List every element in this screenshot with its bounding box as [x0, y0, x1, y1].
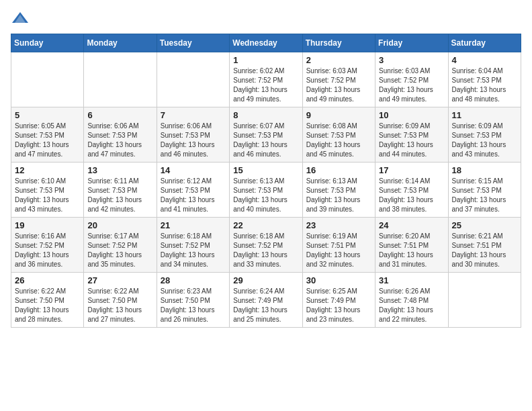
day-number: 18: [452, 165, 517, 175]
calendar-cell: 19Sunrise: 6:16 AM Sunset: 7:52 PM Dayli…: [11, 218, 84, 273]
day-info: Sunrise: 6:04 AM Sunset: 7:53 PM Dayligh…: [452, 66, 517, 104]
day-number: 20: [87, 220, 152, 230]
day-info: Sunrise: 6:23 AM Sunset: 7:50 PM Dayligh…: [161, 287, 226, 324]
calendar-cell: 31Sunrise: 6:26 AM Sunset: 7:48 PM Dayli…: [375, 273, 448, 328]
day-number: 7: [161, 110, 226, 120]
day-info: Sunrise: 6:19 AM Sunset: 7:51 PM Dayligh…: [306, 232, 371, 269]
calendar-cell: 12Sunrise: 6:10 AM Sunset: 7:53 PM Dayli…: [11, 163, 84, 218]
calendar-week-row: 26Sunrise: 6:22 AM Sunset: 7:50 PM Dayli…: [11, 273, 521, 328]
calendar-cell: 30Sunrise: 6:25 AM Sunset: 7:49 PM Dayli…: [302, 273, 375, 328]
day-info: Sunrise: 6:08 AM Sunset: 7:53 PM Dayligh…: [306, 122, 371, 159]
day-info: Sunrise: 6:16 AM Sunset: 7:52 PM Dayligh…: [15, 232, 80, 269]
day-number: 3: [379, 55, 444, 65]
day-info: Sunrise: 6:22 AM Sunset: 7:50 PM Dayligh…: [15, 287, 80, 324]
weekday-header: Thursday: [302, 34, 375, 52]
weekday-header: Friday: [375, 34, 448, 52]
day-info: Sunrise: 6:06 AM Sunset: 7:53 PM Dayligh…: [87, 122, 152, 159]
weekday-header: Monday: [84, 34, 157, 52]
day-number: 4: [452, 55, 517, 65]
day-number: 24: [379, 220, 444, 230]
calendar-cell: 20Sunrise: 6:17 AM Sunset: 7:52 PM Dayli…: [84, 218, 157, 273]
calendar-week-row: 19Sunrise: 6:16 AM Sunset: 7:52 PM Dayli…: [11, 218, 521, 273]
day-number: 8: [233, 110, 298, 120]
day-number: 25: [452, 220, 517, 230]
calendar-header-row: SundayMondayTuesdayWednesdayThursdayFrid…: [11, 34, 521, 52]
weekday-header: Wednesday: [230, 34, 302, 52]
day-number: 1: [233, 55, 298, 65]
calendar-cell: 24Sunrise: 6:20 AM Sunset: 7:51 PM Dayli…: [375, 218, 448, 273]
day-info: Sunrise: 6:18 AM Sunset: 7:52 PM Dayligh…: [233, 232, 298, 269]
calendar-cell: 15Sunrise: 6:13 AM Sunset: 7:53 PM Dayli…: [230, 163, 302, 218]
calendar-cell: 13Sunrise: 6:11 AM Sunset: 7:53 PM Dayli…: [84, 163, 157, 218]
day-number: 2: [306, 55, 371, 65]
day-info: Sunrise: 6:20 AM Sunset: 7:51 PM Dayligh…: [379, 232, 444, 269]
day-number: 14: [161, 165, 226, 175]
day-info: Sunrise: 6:22 AM Sunset: 7:50 PM Dayligh…: [87, 287, 152, 324]
day-number: 21: [161, 220, 226, 230]
day-number: 29: [233, 275, 298, 285]
day-number: 9: [306, 110, 371, 120]
calendar-week-row: 5Sunrise: 6:05 AM Sunset: 7:53 PM Daylig…: [11, 107, 521, 163]
calendar-cell: 7Sunrise: 6:06 AM Sunset: 7:53 PM Daylig…: [157, 107, 229, 163]
calendar-cell: 10Sunrise: 6:09 AM Sunset: 7:53 PM Dayli…: [375, 107, 448, 163]
day-info: Sunrise: 6:13 AM Sunset: 7:53 PM Dayligh…: [233, 177, 298, 214]
weekday-header: Sunday: [11, 34, 84, 52]
calendar-cell: 4Sunrise: 6:04 AM Sunset: 7:53 PM Daylig…: [448, 52, 521, 107]
day-number: 22: [233, 220, 298, 230]
day-number: 13: [87, 165, 152, 175]
calendar-cell: 28Sunrise: 6:23 AM Sunset: 7:50 PM Dayli…: [157, 273, 229, 328]
day-info: Sunrise: 6:26 AM Sunset: 7:48 PM Dayligh…: [379, 287, 444, 324]
calendar-cell: 29Sunrise: 6:24 AM Sunset: 7:49 PM Dayli…: [230, 273, 302, 328]
calendar-cell: 18Sunrise: 6:15 AM Sunset: 7:53 PM Dayli…: [448, 163, 521, 218]
calendar-cell: 22Sunrise: 6:18 AM Sunset: 7:52 PM Dayli…: [230, 218, 302, 273]
day-number: 6: [87, 110, 152, 120]
weekday-header: Tuesday: [157, 34, 229, 52]
day-info: Sunrise: 6:09 AM Sunset: 7:53 PM Dayligh…: [379, 122, 444, 159]
day-info: Sunrise: 6:14 AM Sunset: 7:53 PM Dayligh…: [379, 177, 444, 214]
day-info: Sunrise: 6:17 AM Sunset: 7:52 PM Dayligh…: [87, 232, 152, 269]
calendar-cell: [11, 52, 84, 107]
calendar-cell: 25Sunrise: 6:21 AM Sunset: 7:51 PM Dayli…: [448, 218, 521, 273]
day-number: 5: [15, 110, 80, 120]
day-number: 27: [87, 275, 152, 285]
calendar-cell: [448, 273, 521, 328]
calendar-cell: 1Sunrise: 6:02 AM Sunset: 7:52 PM Daylig…: [230, 52, 302, 107]
calendar-cell: 2Sunrise: 6:03 AM Sunset: 7:52 PM Daylig…: [302, 52, 375, 107]
day-info: Sunrise: 6:10 AM Sunset: 7:53 PM Dayligh…: [15, 177, 80, 214]
day-number: 11: [452, 110, 517, 120]
calendar-cell: 17Sunrise: 6:14 AM Sunset: 7:53 PM Dayli…: [375, 163, 448, 218]
calendar-cell: 11Sunrise: 6:09 AM Sunset: 7:53 PM Dayli…: [448, 107, 521, 163]
day-info: Sunrise: 6:03 AM Sunset: 7:52 PM Dayligh…: [306, 66, 371, 104]
day-number: 16: [306, 165, 371, 175]
day-number: 26: [15, 275, 80, 285]
day-number: 30: [306, 275, 371, 285]
calendar-cell: [157, 52, 229, 107]
day-info: Sunrise: 6:25 AM Sunset: 7:49 PM Dayligh…: [306, 287, 371, 324]
calendar-cell: 5Sunrise: 6:05 AM Sunset: 7:53 PM Daylig…: [11, 107, 84, 163]
logo-icon: [11, 11, 30, 26]
calendar-cell: 8Sunrise: 6:07 AM Sunset: 7:53 PM Daylig…: [230, 107, 302, 163]
calendar-cell: [84, 52, 157, 107]
day-number: 15: [233, 165, 298, 175]
day-number: 28: [161, 275, 226, 285]
calendar-table: SundayMondayTuesdayWednesdayThursdayFrid…: [11, 34, 521, 328]
day-number: 23: [306, 220, 371, 230]
calendar-cell: 14Sunrise: 6:12 AM Sunset: 7:53 PM Dayli…: [157, 163, 229, 218]
calendar-cell: 26Sunrise: 6:22 AM Sunset: 7:50 PM Dayli…: [11, 273, 84, 328]
calendar-cell: 23Sunrise: 6:19 AM Sunset: 7:51 PM Dayli…: [302, 218, 375, 273]
day-info: Sunrise: 6:06 AM Sunset: 7:53 PM Dayligh…: [161, 122, 226, 159]
day-info: Sunrise: 6:02 AM Sunset: 7:52 PM Dayligh…: [233, 66, 298, 104]
day-number: 31: [379, 275, 444, 285]
day-info: Sunrise: 6:18 AM Sunset: 7:52 PM Dayligh…: [161, 232, 226, 269]
day-info: Sunrise: 6:13 AM Sunset: 7:53 PM Dayligh…: [306, 177, 371, 214]
day-info: Sunrise: 6:09 AM Sunset: 7:53 PM Dayligh…: [452, 122, 517, 159]
calendar-cell: 16Sunrise: 6:13 AM Sunset: 7:53 PM Dayli…: [302, 163, 375, 218]
calendar-cell: 21Sunrise: 6:18 AM Sunset: 7:52 PM Dayli…: [157, 218, 229, 273]
logo: [11, 11, 32, 26]
day-info: Sunrise: 6:21 AM Sunset: 7:51 PM Dayligh…: [452, 232, 517, 269]
day-number: 12: [15, 165, 80, 175]
day-info: Sunrise: 6:07 AM Sunset: 7:53 PM Dayligh…: [233, 122, 298, 159]
calendar-cell: 9Sunrise: 6:08 AM Sunset: 7:53 PM Daylig…: [302, 107, 375, 163]
calendar-cell: 27Sunrise: 6:22 AM Sunset: 7:50 PM Dayli…: [84, 273, 157, 328]
day-info: Sunrise: 6:11 AM Sunset: 7:53 PM Dayligh…: [87, 177, 152, 214]
